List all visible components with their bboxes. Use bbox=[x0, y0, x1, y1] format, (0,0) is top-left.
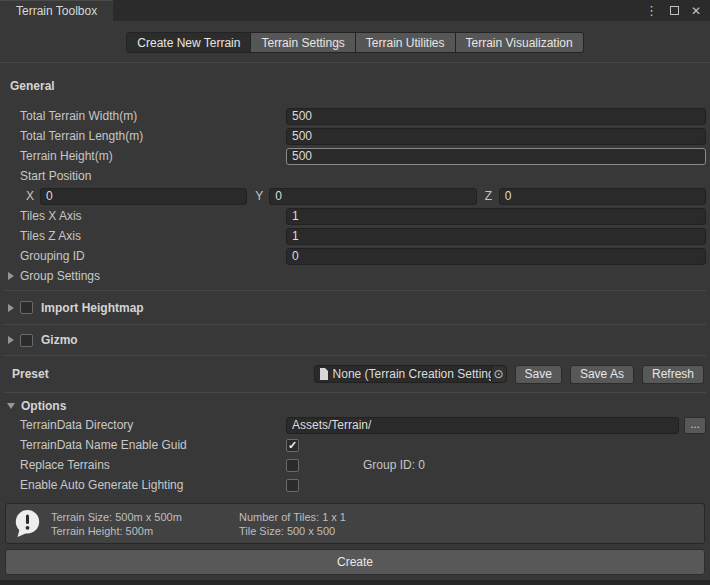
tab-terrain-settings[interactable]: Terrain Settings bbox=[251, 32, 355, 53]
start-position-y: Y bbox=[255, 188, 476, 205]
group-settings-label: Group Settings bbox=[20, 269, 100, 283]
name-enable-guid-label: TerrainData Name Enable Guid bbox=[4, 438, 286, 452]
preset-object-value: None (Terrain Creation Settings) bbox=[333, 367, 491, 381]
object-picker-icon[interactable]: ⊙ bbox=[491, 366, 506, 382]
info-column-size: Terrain Size: 500m x 500m Terrain Height… bbox=[51, 511, 229, 537]
tab-create-new-terrain[interactable]: Create New Terrain bbox=[126, 32, 251, 53]
general-header: General bbox=[10, 79, 706, 94]
tab-terrain-utilities[interactable]: Terrain Utilities bbox=[356, 32, 456, 53]
refresh-button[interactable]: Refresh bbox=[642, 365, 704, 384]
window-controls: ⋮ ✕ bbox=[645, 0, 710, 21]
tiles-x-axis-label: Tiles X Axis bbox=[4, 209, 286, 223]
tiles-z-axis-row: Tiles Z Axis bbox=[4, 226, 706, 246]
foldout-arrow-down-icon bbox=[7, 403, 15, 409]
group-id-text: Group ID: 0 bbox=[363, 458, 425, 472]
window-bottom-edge bbox=[0, 580, 710, 585]
replace-terrains-checkbox[interactable] bbox=[286, 459, 299, 472]
terraindata-directory-label: TerrainData Directory bbox=[4, 418, 286, 432]
foldout-arrow-icon bbox=[8, 272, 14, 280]
save-as-button[interactable]: Save As bbox=[570, 365, 634, 384]
total-terrain-length-input[interactable] bbox=[286, 128, 706, 145]
start-position-z: Z bbox=[485, 188, 706, 205]
tiles-z-axis-input[interactable] bbox=[286, 228, 706, 245]
preset-object-field[interactable]: None (Terrain Creation Settings) ⊙ bbox=[314, 365, 507, 383]
foldout-arrow-icon[interactable] bbox=[8, 336, 14, 344]
document-icon bbox=[319, 368, 329, 380]
maximize-icon[interactable] bbox=[670, 6, 679, 15]
import-heightmap-section: Import Heightmap bbox=[4, 291, 706, 325]
toolbox-tab-bar: Create New Terrain Terrain Settings Terr… bbox=[0, 21, 710, 63]
start-position-x: X bbox=[26, 188, 247, 205]
options-foldout[interactable]: Options bbox=[4, 393, 706, 415]
import-heightmap-checkbox[interactable] bbox=[20, 301, 33, 314]
terrain-height-input[interactable] bbox=[286, 148, 706, 165]
name-enable-guid-row: TerrainData Name Enable Guid bbox=[4, 435, 706, 455]
terraindata-directory-row: TerrainData Directory … bbox=[4, 415, 706, 435]
total-terrain-width-label: Total Terrain Width(m) bbox=[4, 109, 286, 123]
save-button[interactable]: Save bbox=[515, 365, 562, 384]
x-axis-label: X bbox=[26, 189, 35, 203]
number-of-tiles-text: Number of Tiles: 1 x 1 bbox=[239, 511, 346, 523]
create-button[interactable]: Create bbox=[5, 549, 705, 575]
terrain-info-box: Terrain Size: 500m x 500m Terrain Height… bbox=[5, 503, 705, 544]
tiles-x-axis-input[interactable] bbox=[286, 208, 706, 225]
import-heightmap-label: Import Heightmap bbox=[41, 301, 144, 315]
tab-terrain-visualization[interactable]: Terrain Visualization bbox=[456, 32, 584, 53]
group-settings-foldout[interactable]: Group Settings bbox=[4, 266, 706, 286]
grouping-id-input[interactable] bbox=[286, 248, 706, 265]
start-position-z-input[interactable] bbox=[499, 188, 706, 205]
terrain-height-label: Terrain Height(m) bbox=[4, 149, 286, 163]
auto-generate-lighting-row: Enable Auto Generate Lighting bbox=[4, 475, 706, 495]
total-terrain-width-row: Total Terrain Width(m) bbox=[4, 106, 706, 126]
grouping-id-label: Grouping ID bbox=[4, 249, 286, 263]
start-position-y-input[interactable] bbox=[269, 188, 476, 205]
gizmo-checkbox[interactable] bbox=[20, 334, 33, 347]
close-icon[interactable]: ✕ bbox=[691, 5, 701, 17]
tiles-z-axis-label: Tiles Z Axis bbox=[4, 229, 286, 243]
start-position-label: Start Position bbox=[4, 169, 91, 183]
terraindata-directory-input[interactable] bbox=[286, 417, 679, 434]
options-header: Options bbox=[21, 399, 66, 414]
foldout-arrow-icon[interactable] bbox=[8, 304, 14, 312]
start-position-row: Start Position bbox=[4, 166, 706, 186]
tiles-x-axis-row: Tiles X Axis bbox=[4, 206, 706, 226]
menu-icon[interactable]: ⋮ bbox=[645, 4, 658, 17]
y-axis-label: Y bbox=[255, 189, 264, 203]
total-terrain-width-input[interactable] bbox=[286, 108, 706, 125]
start-position-xyz-row: X Y Z bbox=[4, 186, 706, 206]
gizmo-section: Gizmo bbox=[4, 325, 706, 356]
name-enable-guid-checkbox[interactable] bbox=[286, 439, 299, 452]
replace-terrains-row: Replace Terrains Group ID: 0 bbox=[4, 455, 706, 475]
grouping-id-row: Grouping ID bbox=[4, 246, 706, 266]
warning-icon bbox=[14, 509, 41, 538]
terrain-height-text: Terrain Height: 500m bbox=[51, 525, 229, 537]
gizmo-label: Gizmo bbox=[41, 333, 78, 347]
total-terrain-length-row: Total Terrain Length(m) bbox=[4, 126, 706, 146]
preset-label: Preset bbox=[12, 367, 49, 381]
browse-button[interactable]: … bbox=[684, 417, 706, 434]
terrain-height-row: Terrain Height(m) bbox=[4, 146, 706, 166]
terrain-size-text: Terrain Size: 500m x 500m bbox=[51, 511, 229, 523]
tile-size-text: Tile Size: 500 x 500 bbox=[239, 525, 346, 537]
total-terrain-length-label: Total Terrain Length(m) bbox=[4, 129, 286, 143]
info-column-tiles: Number of Tiles: 1 x 1 Tile Size: 500 x … bbox=[239, 511, 346, 537]
auto-generate-lighting-checkbox[interactable] bbox=[286, 479, 299, 492]
preset-row: Preset None (Terrain Creation Settings) … bbox=[4, 356, 706, 393]
z-axis-label: Z bbox=[485, 189, 494, 203]
replace-terrains-label: Replace Terrains bbox=[4, 458, 286, 472]
auto-generate-lighting-label: Enable Auto Generate Lighting bbox=[4, 478, 286, 492]
titlebar: Terrain Toolbox ⋮ ✕ bbox=[0, 0, 710, 21]
window-tab-terrain-toolbox[interactable]: Terrain Toolbox bbox=[0, 0, 113, 21]
start-position-x-input[interactable] bbox=[40, 188, 247, 205]
window-title: Terrain Toolbox bbox=[16, 4, 97, 18]
